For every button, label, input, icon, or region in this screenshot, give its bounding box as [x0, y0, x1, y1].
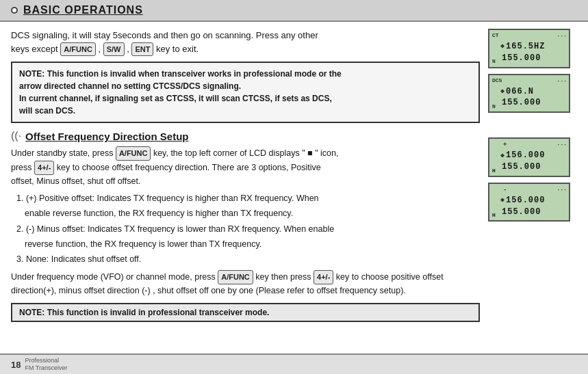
section-para1e: key to choose offset frequency direction…: [57, 163, 321, 172]
lcd4-sign: -: [503, 186, 507, 195]
note-box-1: NOTE: This function is invalid when tran…: [11, 62, 480, 123]
lcd2-line2: 155.000: [502, 97, 541, 109]
lcd2-label2: N: [492, 103, 496, 110]
lcd1-label: CT: [492, 31, 499, 39]
lcd1-line1: 165.5HZ: [506, 41, 545, 53]
lcd3-line2: 155.000: [502, 161, 541, 173]
intro-paragraph: DCS signaling, it will stay 5seconds and…: [11, 29, 480, 56]
header-bullet-icon: [11, 7, 18, 14]
key-afunc-2: A/FUNC: [218, 270, 253, 284]
lcd2-label: DCS: [492, 77, 502, 84]
page-title: BASIC OPERATIONS: [23, 4, 143, 16]
lcd4-line1: 156.000: [506, 195, 545, 206]
key-afunc: A/FUNC: [60, 42, 96, 57]
key-afunc-1: A/FUNC: [116, 146, 151, 161]
note-box-2: NOTE: This function is invalid in profes…: [11, 303, 480, 322]
page: BASIC OPERATIONS DCS signaling, it will …: [0, 0, 588, 374]
wave-icon: ((·: [11, 130, 21, 142]
lcd3-sign: +: [503, 141, 507, 150]
list-item-1a: 1. (+) Positive offset: Indicates TX fre…: [16, 192, 480, 205]
section-para1d: press: [11, 163, 32, 172]
note1-line2: arrow directed channel no setting CTCSS/…: [19, 80, 472, 92]
lcd-display-2: DCS ··· N ◆ 066.N 155.000: [488, 74, 570, 113]
lcd4-label2: H: [492, 211, 496, 219]
section-para2c: key to choose positive offset: [336, 271, 444, 281]
section-para2: Under frequency mode (VFO) or channel mo…: [11, 270, 480, 297]
footer: 18 Professional FM Transceiver: [0, 353, 588, 374]
lcd4-line2: 155.000: [502, 206, 541, 218]
section-para2a: Under frequency mode (VFO) or channel mo…: [11, 271, 216, 281]
lcd1-dots: ···: [557, 32, 567, 40]
section-para1a: Under standby state, press: [11, 148, 113, 158]
right-column: CT ··· N ◆ 165.5HZ 155.000 DCS ··: [488, 29, 577, 322]
lcd2-line1: 066.N: [506, 86, 534, 98]
icon-symbol: ■: [307, 148, 313, 158]
list-item-2b: reverse function, the RX frequency is lo…: [25, 238, 480, 251]
lcd3-dots: ···: [557, 141, 567, 148]
lcd3-line1: 156.000: [506, 150, 545, 161]
key-4pm-1: 4+/-: [34, 161, 54, 175]
note1-line1: NOTE: This function is invalid when tran…: [19, 68, 472, 80]
lcd3-label2: H: [492, 167, 496, 174]
footer-label2: FM Transceiver: [25, 364, 67, 372]
list-item-1b: enable reverse function, the RX frequenc…: [25, 207, 480, 220]
intro-text-2: keys except: [11, 44, 58, 54]
section-para1c: " icon,: [315, 148, 338, 158]
note1-line4: will scan DCS.: [19, 105, 472, 117]
intro-comma-1: ,: [98, 44, 101, 54]
section-para1f: offset, Minus offset, shut off offset.: [11, 176, 140, 186]
section-para2b: key then press: [255, 271, 311, 281]
header-bar: BASIC OPERATIONS: [0, 0, 588, 22]
list-item-2a: 2. (-) Minus offset: Indicates TX freque…: [16, 223, 480, 236]
section-heading: ((· Offset Frequency Direction Setup: [11, 130, 480, 142]
note1-line3: In current channel, if signaling set as …: [19, 92, 472, 105]
left-column: DCS signaling, it will stay 5seconds and…: [11, 29, 480, 322]
section-title: Offset Frequency Direction Setup: [25, 131, 188, 142]
intro-text-5: key to exit.: [156, 44, 199, 54]
lcd-display-1: CT ··· N ◆ 165.5HZ 155.000: [488, 29, 570, 68]
note2-text: NOTE: This function is invalid in profes…: [19, 308, 269, 317]
section-para2d: direction(+), minus offset direction (-)…: [11, 286, 406, 295]
footer-page-num: 18: [11, 360, 21, 370]
lcd-display-4: ··· - H ◆ 156.000 155.000: [488, 183, 570, 222]
lcd4-dots: ···: [557, 186, 567, 193]
intro-text-1: DCS signaling, it will stay 5seconds and…: [11, 30, 318, 40]
list-item-3: 3. None: Indicates shut offset off.: [16, 253, 480, 266]
footer-label1: Professional: [25, 357, 67, 364]
key-4pm-2: 4+/-: [314, 270, 333, 284]
lcd1-line2: 155.000: [502, 53, 541, 64]
key-ent: ENT: [131, 42, 153, 57]
section-para1b: key, the top left corner of LCD displays…: [153, 148, 305, 158]
section-para1: Under standby state, press A/FUNC key, t…: [11, 146, 480, 188]
lcd2-dots: ···: [557, 77, 567, 85]
footer-label: Professional FM Transceiver: [25, 357, 67, 372]
lcd1-label2: N: [492, 57, 496, 65]
intro-comma-2: ,: [127, 44, 129, 54]
key-sw: S/W: [103, 42, 125, 57]
lcd-display-3: ··· + H ◆ 156.000 155.000: [488, 137, 570, 177]
